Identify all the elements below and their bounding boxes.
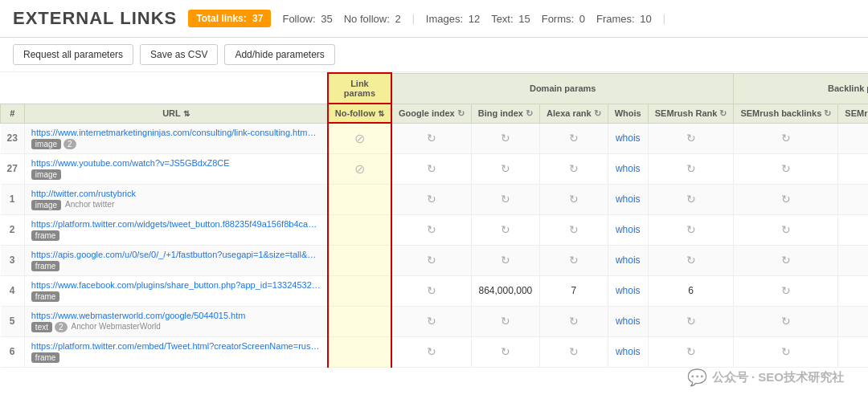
tag-text: text [31,322,52,332]
cell-whois[interactable]: whois [608,275,648,306]
refresh-icon[interactable]: ↻ [427,193,436,206]
table-row: 2https://platform.twitter.com/widgets/tw… [1,214,869,245]
url-sort-icon: ⇅ [183,109,190,118]
bing-refresh-icon[interactable]: ↻ [526,108,533,118]
col-group-header-row: Link params Domain params Backlink param… [1,73,869,104]
request-all-params-button[interactable]: Request all parameters [13,44,133,65]
cell-semrush-rank: ↻ [648,306,734,336]
refresh-icon[interactable]: ↻ [686,132,696,145]
cell-nofollow [328,245,391,275]
url-link[interactable]: https://www.internetmarketingninjas.com/… [31,128,321,137]
col-nofollow[interactable]: No-follow ⇅ [328,104,391,123]
refresh-icon[interactable]: ↻ [427,315,436,328]
refresh-icon[interactable]: ↻ [427,345,436,358]
url-link[interactable]: https://platform.twitter.com/embed/Tweet… [31,341,321,351]
table-row: 1http://twitter.com/rustybrickimageAncho… [1,184,869,214]
cell-whois[interactable]: whois [608,245,648,275]
refresh-icon[interactable]: ↻ [569,315,579,328]
refresh-icon[interactable]: ↻ [501,254,510,267]
url-link[interactable]: http://twitter.com/rustybrick [31,189,321,198]
refresh-icon[interactable]: ↻ [781,223,791,236]
sep2: | [663,13,665,24]
cell-semrush-subdomain: ↻ [838,184,868,214]
refresh-icon[interactable]: ↻ [781,162,791,175]
anchor-text: Anchor WebmasterWorld [72,322,161,332]
semrush-backlinks-refresh-icon[interactable]: ↻ [824,108,831,118]
refresh-icon[interactable]: ↻ [686,223,696,236]
refresh-icon[interactable]: ↻ [427,132,436,145]
refresh-icon[interactable]: ↻ [781,254,791,267]
stat-frames: Frames: 10 [596,13,652,25]
refresh-icon[interactable]: ↻ [781,193,791,206]
url-link[interactable]: https://www.youtube.com/watch?v=JS5GBdxZ… [31,158,321,168]
header: EXTERNAL LINKS Total links: 37 Follow: 3… [0,0,868,38]
cell-whois[interactable]: whois [608,184,648,214]
url-link[interactable]: https://www.facebook.com/plugins/share_b… [31,280,321,290]
cell-whois[interactable]: whois [608,336,648,367]
refresh-icon[interactable]: ↻ [686,315,696,328]
cell-semrush-subdomain: 112038305948 [838,275,868,306]
stat-text: Text: 15 [491,13,530,25]
google-refresh-icon[interactable]: ↻ [457,108,465,118]
tag-count: 2 [55,322,68,332]
cell-nofollow [328,306,391,336]
semrush-rank-refresh-icon[interactable]: ↻ [719,108,727,118]
table-row: 23https://www.internetmarketingninjas.co… [1,123,869,153]
refresh-icon[interactable]: ↻ [686,162,696,175]
refresh-icon[interactable]: ↻ [781,284,791,297]
cell-whois[interactable]: whois [608,153,648,184]
refresh-icon[interactable]: ↻ [501,162,510,175]
stat-follow: Follow: 35 [282,13,332,25]
alexa-refresh-icon[interactable]: ↻ [594,108,601,118]
refresh-icon[interactable]: ↻ [501,345,510,358]
refresh-icon[interactable]: ↻ [569,193,579,206]
refresh-icon[interactable]: ↻ [569,345,579,358]
refresh-icon[interactable]: ↻ [686,193,696,206]
page-title: EXTERNAL LINKS [13,8,177,29]
save-csv-button[interactable]: Save as CSV [140,44,218,65]
cell-semrush-subdomain: ↻ [838,214,868,245]
refresh-icon[interactable]: ↻ [781,345,791,358]
cell-alexa-rank: ↻ [540,184,608,214]
col-url[interactable]: URL ⇅ [24,104,328,123]
refresh-icon[interactable]: ↻ [427,284,436,297]
anchor-text: Anchor twitter [65,200,114,210]
col-google-index[interactable]: Google index ↻ [391,104,471,123]
col-semrush-backlinks[interactable]: SEMrush backlinks ↻ [734,104,838,123]
refresh-icon[interactable]: ↻ [781,315,791,328]
refresh-icon[interactable]: ↻ [501,193,510,206]
refresh-icon[interactable]: ↻ [427,162,436,175]
col-alexa-rank[interactable]: Alexa rank ↻ [540,104,608,123]
cell-alexa-rank: ↻ [540,245,608,275]
cell-alexa-rank: 7 [540,275,608,306]
cell-semrush-backlinks: ↻ [734,214,838,245]
url-link[interactable]: https://apis.google.com/u/0/se/0/_/+1/fa… [31,250,321,259]
col-bing-index[interactable]: Bing index ↻ [471,104,539,123]
stat-nofollow: No follow: 2 [344,13,401,25]
cell-whois[interactable]: whois [608,214,648,245]
col-semrush-rank[interactable]: SEMrush Rank ↻ [648,104,734,123]
refresh-icon[interactable]: ↻ [501,315,510,328]
cell-semrush-backlinks: ↻ [734,153,838,184]
refresh-icon[interactable]: ↻ [501,223,510,236]
url-link[interactable]: https://www.webmasterworld.com/google/50… [31,311,321,320]
refresh-icon[interactable]: ↻ [569,162,579,175]
url-link[interactable]: https://platform.twitter.com/widgets/twe… [31,219,321,229]
col-semrush-subdomain[interactable]: SEMrush subdomain backlinks ↻ [838,104,868,123]
refresh-icon[interactable]: ↻ [686,345,696,358]
tag-image: image [31,200,61,210]
cell-nofollow [328,275,391,306]
refresh-icon[interactable]: ↻ [569,223,579,236]
refresh-icon[interactable]: ↻ [427,254,436,267]
cell-bing-index: ↻ [471,306,539,336]
refresh-icon[interactable]: ↻ [569,254,579,267]
add-hide-params-button[interactable]: Add/hide parameters [224,44,334,65]
cell-whois[interactable]: whois [608,123,648,153]
cell-semrush-rank: ↻ [648,153,734,184]
refresh-icon[interactable]: ↻ [686,254,696,267]
refresh-icon[interactable]: ↻ [501,132,510,145]
cell-whois[interactable]: whois [608,306,648,336]
refresh-icon[interactable]: ↻ [569,132,579,145]
refresh-icon[interactable]: ↻ [427,223,436,236]
refresh-icon[interactable]: ↻ [781,132,791,145]
